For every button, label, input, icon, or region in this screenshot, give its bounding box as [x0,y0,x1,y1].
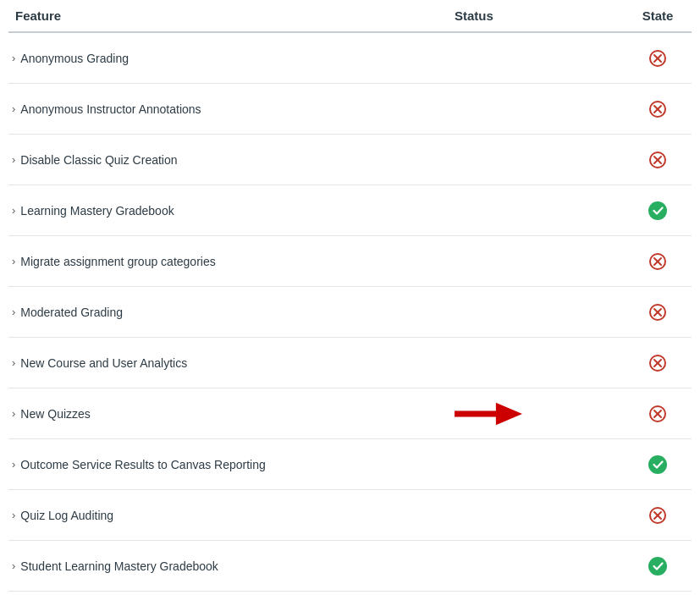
disabled-icon[interactable] [648,303,667,322]
state-column-header: State [624,8,692,23]
feature-column-header: Feature [8,8,455,23]
feature-name-label: Learning Mastery Gradebook [20,204,174,218]
feature-name-label: Outcome Service Results to Canvas Report… [20,458,265,471]
feature-cell: ›New Quizzes [8,407,455,421]
state-cell[interactable] [624,455,692,474]
feature-cell: ›Disable Classic Quiz Creation [8,153,455,167]
state-cell[interactable] [624,303,692,322]
arrow-right-indicator [455,401,522,427]
table-row: ›Outcome Service Results to Canvas Repor… [8,439,692,490]
table-row: ›Disable Classic Quiz Creation [8,135,692,185]
feature-name-label: Student Learning Mastery Gradebook [20,559,218,573]
disabled-icon[interactable] [648,252,667,271]
table-row: ›Migrate assignment group categories [8,236,692,287]
disabled-icon[interactable] [648,405,667,423]
feature-name-label: Migrate assignment group categories [20,255,215,268]
state-cell[interactable] [624,49,692,68]
table-row: ›Student Learning Mastery Gradebook [8,541,692,592]
status-cell [455,401,624,427]
chevron-right-icon[interactable]: › [12,458,15,471]
chevron-right-icon[interactable]: › [12,102,15,115]
table-row: ›Quiz Log Auditing [8,490,692,541]
chevron-right-icon[interactable]: › [12,204,15,217]
state-cell[interactable] [624,201,692,220]
disabled-icon[interactable] [648,151,667,169]
chevron-right-icon[interactable]: › [12,559,15,572]
chevron-right-icon[interactable]: › [12,306,15,318]
state-cell[interactable] [624,405,692,423]
feature-name-label: Disable Classic Quiz Creation [20,153,177,167]
table-header: Feature Status State [8,0,692,33]
table-row: ›Moderated Grading [8,287,692,338]
chevron-right-icon[interactable]: › [12,509,15,521]
feature-cell: ›Anonymous Instructor Annotations [8,102,455,116]
state-cell[interactable] [624,506,692,525]
feature-cell: ›Learning Mastery Gradebook [8,204,455,218]
status-column-header: Status [455,8,624,23]
feature-name-label: Anonymous Instructor Annotations [20,102,201,116]
feature-cell: ›Migrate assignment group categories [8,255,455,268]
state-cell[interactable] [624,151,692,169]
state-cell[interactable] [624,354,692,372]
feature-cell: ›Anonymous Grading [8,52,455,65]
feature-name-label: Anonymous Grading [20,52,129,65]
feature-cell: ›New Course and User Analytics [8,356,455,370]
enabled-icon[interactable] [648,557,667,576]
table-row: ›Anonymous Instructor Annotations [8,84,692,135]
chevron-right-icon[interactable]: › [12,153,15,166]
table-row: ›Learning Mastery Gradebook [8,185,692,236]
svg-rect-18 [455,410,499,416]
table-row: ›Anonymous Grading [8,33,692,84]
features-table: Feature Status State ›Anonymous Grading … [0,0,700,592]
table-row: ›New Course and User Analytics [8,338,692,388]
feature-cell: ›Quiz Log Auditing [8,509,455,522]
feature-name-label: New Quizzes [20,407,90,421]
disabled-icon[interactable] [648,506,667,525]
feature-cell: ›Student Learning Mastery Gradebook [8,559,455,573]
state-cell[interactable] [624,252,692,271]
enabled-icon[interactable] [648,455,667,474]
state-cell[interactable] [624,100,692,118]
chevron-right-icon[interactable]: › [12,407,15,420]
svg-marker-19 [496,402,522,425]
disabled-icon[interactable] [648,49,667,68]
chevron-right-icon[interactable]: › [12,52,15,64]
enabled-icon[interactable] [648,201,667,220]
feature-name-label: New Course and User Analytics [20,356,187,370]
table-body: ›Anonymous Grading ›Anonymous Instructor… [8,33,692,592]
feature-cell: ›Outcome Service Results to Canvas Repor… [8,458,455,471]
feature-name-label: Moderated Grading [20,306,123,319]
feature-cell: ›Moderated Grading [8,306,455,319]
feature-name-label: Quiz Log Auditing [20,509,113,522]
chevron-right-icon[interactable]: › [12,255,15,267]
state-cell[interactable] [624,557,692,576]
disabled-icon[interactable] [648,354,667,372]
chevron-right-icon[interactable]: › [12,356,15,369]
table-row: ›New Quizzes [8,388,692,439]
disabled-icon[interactable] [648,100,667,118]
